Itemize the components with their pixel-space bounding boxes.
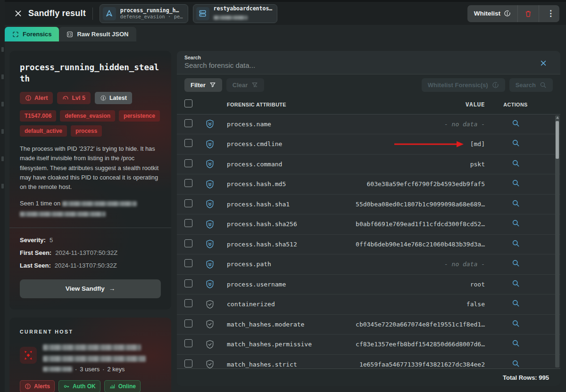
row-checkbox[interactable] bbox=[184, 159, 192, 167]
column-value: VALUE bbox=[325, 101, 485, 108]
host-chip[interactable]: restyaboardcentos… bbox=[193, 4, 278, 23]
table-row: match_hashes.permissivecf83e1357eefb8bdf… bbox=[177, 335, 560, 355]
badge-latest: Latest bbox=[95, 92, 132, 104]
inspect-value-button[interactable] bbox=[512, 279, 520, 289]
attribute-name: process.hash.sha1 bbox=[227, 201, 325, 208]
table-footer: Total Rows: 995 bbox=[177, 368, 560, 386]
delete-button[interactable] bbox=[518, 5, 539, 22]
table-row: process.hash.sha256b0abf6691e769ead1f11c… bbox=[177, 214, 560, 235]
row-checkbox[interactable] bbox=[184, 179, 192, 187]
table-scrollbar[interactable] bbox=[555, 115, 559, 368]
funnel-icon bbox=[209, 82, 216, 88]
view-sandfly-button[interactable]: View Sandfly → bbox=[20, 279, 161, 298]
view-sandfly-label: View Sandfly bbox=[66, 285, 105, 292]
inspect-value-button[interactable] bbox=[512, 359, 520, 368]
sandfly-name: process_running_hidden_stealth bbox=[20, 62, 161, 84]
search-button[interactable]: Search bbox=[509, 78, 553, 92]
tag[interactable]: persistence bbox=[119, 110, 160, 122]
row-checkbox[interactable] bbox=[184, 319, 192, 327]
inspect-value-button[interactable] bbox=[512, 259, 520, 269]
shield-chevrons-icon bbox=[205, 279, 227, 289]
redacted-host-name bbox=[43, 356, 146, 362]
sandfly-result-modal: Sandfly result process_running_h… defens… bbox=[5, 2, 566, 392]
row-checkbox[interactable] bbox=[184, 299, 192, 307]
table-row: process.hash.md5603e38a59efcf6790f2b4593… bbox=[177, 174, 560, 195]
search-button-label: Search bbox=[516, 82, 536, 89]
underlying-page-edge bbox=[0, 0, 5, 392]
chip-title: process_running_h… bbox=[120, 7, 183, 14]
trash-icon bbox=[524, 10, 532, 17]
table-row: process.usernameroot bbox=[177, 275, 560, 295]
row-checkbox[interactable] bbox=[184, 359, 192, 368]
tag[interactable]: process bbox=[71, 125, 102, 137]
tab-forensics[interactable]: Forensics bbox=[5, 27, 59, 41]
whitelist-forensics-button[interactable]: Whitelist Forensic(s) bbox=[422, 78, 505, 92]
inspect-value-button[interactable] bbox=[512, 299, 520, 309]
row-checkbox[interactable] bbox=[184, 339, 192, 347]
tag[interactable]: defense_evasion bbox=[60, 110, 115, 122]
info-icon bbox=[492, 82, 499, 89]
inspect-value-button[interactable] bbox=[512, 179, 520, 189]
table-row: process.name- no data - bbox=[177, 114, 560, 135]
select-all-checkbox[interactable] bbox=[184, 99, 192, 107]
badge-alert: Alert bbox=[20, 92, 53, 104]
description: The process with PID '2372' is trying to… bbox=[20, 144, 161, 192]
whitelist-button[interactable]: Whitelist bbox=[467, 5, 517, 22]
table-row: process.hash.sha5120ff4b6deb90e14e768c21… bbox=[177, 235, 560, 255]
table-row: match_hashes.moderatecb0345e7220a667074e… bbox=[177, 315, 560, 335]
row-checkbox[interactable] bbox=[184, 279, 192, 287]
scrollbar-thumb[interactable] bbox=[556, 121, 559, 159]
filter-button[interactable]: Filter bbox=[184, 78, 222, 92]
attribute-value: root bbox=[325, 281, 485, 288]
row-checkbox[interactable] bbox=[184, 139, 192, 147]
scroll-up-arrow[interactable] bbox=[556, 116, 559, 119]
inspect-value-button[interactable] bbox=[512, 159, 520, 169]
attribute-value: - no data - bbox=[325, 261, 485, 268]
tag[interactable]: default_active bbox=[20, 125, 67, 137]
tag[interactable]: T1547.006 bbox=[20, 110, 56, 122]
signal-icon bbox=[109, 383, 116, 390]
shield-chevrons-icon bbox=[205, 119, 227, 129]
inspect-value-button[interactable] bbox=[512, 139, 520, 149]
tab-raw-result-json[interactable]: Raw Result JSON bbox=[59, 27, 136, 41]
host-badge-online: Online bbox=[104, 380, 141, 392]
clear-filter-button[interactable]: Clear bbox=[226, 78, 265, 92]
row-checkbox[interactable] bbox=[184, 199, 192, 207]
redacted-hostname bbox=[20, 212, 106, 217]
detail-field: First Seen:2024-11-13T07:50:32Z bbox=[20, 249, 161, 256]
search-clear-icon[interactable] bbox=[540, 59, 547, 69]
sidebar: process_running_hidden_stealth AlertLvl … bbox=[9, 51, 171, 392]
attribute-value: false bbox=[325, 301, 485, 308]
shield-chevrons-icon bbox=[205, 139, 227, 149]
inspect-value-button[interactable] bbox=[512, 319, 520, 329]
chip-title: restyaboardcentos… bbox=[214, 5, 273, 12]
current-host-heading: CURRENT HOST bbox=[20, 329, 161, 335]
row-checkbox[interactable] bbox=[184, 239, 192, 247]
attribute-value: b0abf6691e769ead1f11cfdcd300f8cd52… bbox=[325, 220, 485, 228]
inspect-value-button[interactable] bbox=[512, 119, 520, 129]
total-rows: Total Rows: 995 bbox=[503, 374, 549, 381]
search-input[interactable] bbox=[184, 61, 516, 69]
shield-check-icon bbox=[205, 319, 227, 329]
annotation-arrow bbox=[393, 140, 464, 148]
sandfly-chip[interactable]: process_running_h… defense_evasion · pe… bbox=[100, 4, 188, 23]
row-checkbox[interactable] bbox=[184, 219, 192, 227]
hostile-host-icon bbox=[20, 347, 37, 364]
tab-label: Forensics bbox=[23, 31, 51, 38]
shield-chevrons-icon bbox=[205, 239, 227, 249]
shield-chevrons-icon bbox=[205, 180, 227, 189]
close-icon[interactable] bbox=[11, 7, 25, 20]
detail-fields: Severity:5First Seen:2024-11-13T07:50:32… bbox=[20, 237, 161, 269]
seen-line: Seen 1 time on bbox=[20, 198, 161, 219]
inspect-value-button[interactable] bbox=[512, 239, 520, 249]
more-menu-button[interactable]: ⋮ bbox=[539, 5, 559, 22]
shield-check-icon bbox=[205, 359, 227, 368]
inspect-value-button[interactable] bbox=[512, 339, 520, 349]
clear-label: Clear bbox=[233, 82, 248, 89]
row-checkbox[interactable] bbox=[184, 259, 192, 267]
row-checkbox[interactable] bbox=[184, 119, 192, 127]
inspect-value-button[interactable] bbox=[512, 199, 520, 209]
host-server-icon bbox=[196, 7, 209, 20]
modal-header: Sandfly result process_running_h… defens… bbox=[5, 2, 566, 25]
inspect-value-button[interactable] bbox=[512, 219, 520, 229]
